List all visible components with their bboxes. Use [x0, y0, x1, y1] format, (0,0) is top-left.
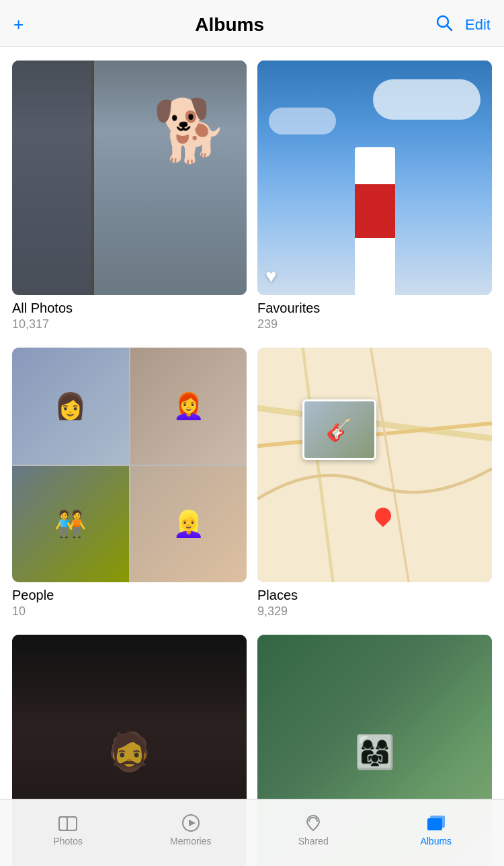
album-name: Favourites	[257, 301, 492, 316]
memories-icon	[181, 813, 201, 833]
photos-icon	[58, 813, 78, 833]
nav-item-photos[interactable]: Photos	[7, 813, 130, 847]
svg-rect-7	[59, 817, 67, 830]
map-lines-svg	[257, 348, 492, 582]
album-count: 10	[12, 604, 247, 619]
person-cell-4: 👱‍♀️	[130, 466, 247, 583]
lighthouse-shape	[355, 147, 395, 295]
album-name: All Photos	[12, 301, 247, 316]
albums-icon	[426, 813, 446, 833]
page-title: Albums	[195, 14, 264, 36]
album-thumbnail: 🎸	[257, 348, 492, 582]
nav-label-photos: Photos	[53, 836, 83, 847]
svg-marker-10	[189, 820, 196, 826]
person-cell-3: 🧑‍🤝‍🧑	[12, 466, 129, 583]
svg-rect-12	[430, 816, 445, 828]
map-pin-photo: 🎸	[302, 399, 376, 460]
header: + Albums Edit	[0, 0, 504, 47]
album-places[interactable]: 🎸 Places 9,329	[257, 348, 492, 619]
search-button[interactable]	[435, 14, 453, 36]
favourite-heart-icon: ♥	[265, 266, 277, 287]
svg-line-5	[371, 348, 409, 582]
album-count: 9,329	[257, 604, 492, 619]
shared-icon	[303, 813, 323, 833]
nav-label-albums: Albums	[420, 836, 452, 847]
album-thumbnail: 👩 👩‍🦰 🧑‍🤝‍🧑 👱‍♀️	[12, 348, 247, 582]
search-icon	[435, 14, 453, 32]
person-cell-2: 👩‍🦰	[130, 348, 247, 465]
album-count: 239	[257, 317, 492, 331]
album-image: ♥	[257, 61, 492, 295]
album-people[interactable]: 👩 👩‍🦰 🧑‍🤝‍🧑 👱‍♀️ People 10	[12, 348, 247, 619]
album-image: 🐕	[12, 61, 247, 295]
svg-line-4	[303, 348, 333, 582]
nav-label-shared: Shared	[298, 836, 329, 847]
svg-line-1	[447, 26, 452, 30]
edit-button[interactable]: Edit	[465, 16, 491, 34]
nav-item-shared[interactable]: Shared	[252, 813, 375, 847]
person-cell-1: 👩	[12, 348, 129, 465]
nav-item-memories[interactable]: Memories	[130, 813, 253, 847]
people-collage: 👩 👩‍🦰 🧑‍🤝‍🧑 👱‍♀️	[12, 348, 247, 582]
albums-container: 🐕 All Photos 10,317	[0, 47, 504, 866]
albums-grid: 🐕 All Photos 10,317	[0, 47, 504, 866]
album-thumbnail: 🐕	[12, 61, 247, 295]
album-name: People	[12, 588, 247, 603]
places-map: 🎸	[257, 348, 492, 582]
nav-label-memories: Memories	[170, 836, 211, 847]
album-all-photos[interactable]: 🐕 All Photos 10,317	[12, 61, 247, 331]
album-favourites[interactable]: ♥ Favourites 239	[257, 61, 492, 331]
nav-item-albums[interactable]: Albums	[375, 813, 498, 847]
bottom-nav: Photos Memories Shared Albums	[0, 799, 504, 866]
album-count: 10,317	[12, 317, 247, 331]
album-name: Places	[257, 588, 492, 603]
add-button[interactable]: +	[13, 14, 24, 35]
album-thumbnail: ♥	[257, 61, 492, 295]
